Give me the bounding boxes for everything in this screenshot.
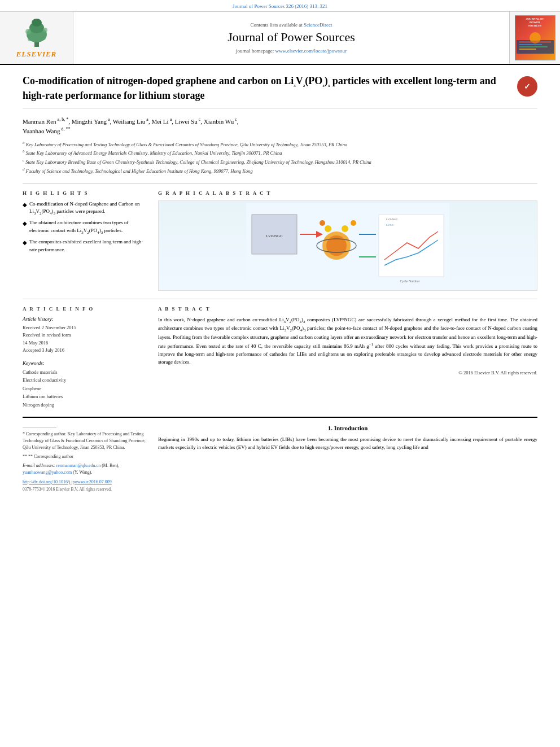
highlights-label: H I G H L I G H T S xyxy=(23,190,147,196)
svg-text:LVP/NGC: LVP/NGC xyxy=(266,234,283,238)
article-title-section: Co-modification of nitrogen-doped graphe… xyxy=(23,74,537,108)
revised-label: Received in revised form xyxy=(23,331,147,339)
highlight-item-1: ◆ Co-modification of N-doped Graphene an… xyxy=(23,200,147,217)
journal-header: ELSEVIER Contents lists available at Sci… xyxy=(0,12,560,65)
svg-point-6 xyxy=(28,37,32,41)
elsevier-logo-section: ELSEVIER xyxy=(0,12,73,64)
elsevier-label: ELSEVIER xyxy=(16,50,57,59)
journal-title: Journal of Power Sources xyxy=(228,30,355,45)
article-info-abstract-section: A R T I C L E I N F O Article history: R… xyxy=(23,299,537,409)
author-mei-li: Mei Li xyxy=(151,118,168,125)
abstract-column: A B S T R A C T In this work, N-doped gr… xyxy=(158,306,537,409)
author-yuanhao-wang: Yuanhao Wang xyxy=(23,128,60,134)
journal-cover-image: JOURNAL OFPOWERSOURCES xyxy=(515,15,555,60)
highlights-graphical-section: H I G H L I G H T S ◆ Co-modification of… xyxy=(23,183,537,291)
svg-text:Cycle Number: Cycle Number xyxy=(400,279,419,283)
journal-title-section: Contents lists available at ScienceDirec… xyxy=(73,12,509,64)
keywords-label: Keywords: xyxy=(23,360,147,366)
homepage-line: journal homepage: www.elsevier.com/locat… xyxy=(236,48,347,54)
svg-point-22 xyxy=(342,225,348,232)
svg-rect-11 xyxy=(519,44,542,45)
email-link-1[interactable]: renmanman@qlu.edu.cn xyxy=(56,463,100,468)
bottom-section: * Corresponding author. Key Laboratory o… xyxy=(23,417,537,492)
svg-point-4 xyxy=(25,29,31,34)
keywords-list: Cathode materials Electrical conductivit… xyxy=(23,368,147,409)
affiliation-d: d Faculty of Science and Technology, Tec… xyxy=(23,167,537,175)
highlight-item-2: ◆ The obtained architecture combines two… xyxy=(23,219,147,235)
homepage-link[interactable]: www.elsevier.com/locate/jpowsour xyxy=(275,48,347,54)
abstract-label: A B S T R A C T xyxy=(158,306,537,312)
graphical-abstract-image: LVP/NGC xyxy=(158,200,537,291)
journal-reference: Journal of Power Sources 326 (2016) 313–… xyxy=(233,3,327,9)
authors-section: Manman Ren a, b, *, Mingzhi Yang a, Weil… xyxy=(23,116,537,136)
cover-graphic xyxy=(517,29,554,54)
introduction-text: Beginning in 1990s and up to today, lith… xyxy=(158,436,537,452)
bullet-icon-3: ◆ xyxy=(23,238,27,254)
highlights-list: ◆ Co-modification of N-doped Graphene an… xyxy=(23,200,147,254)
graphical-abstract-section: G R A P H I C A L A B S T R A C T LVP/NG… xyxy=(158,190,537,291)
affiliation-b: b State Key Laboratory of Advanced Energ… xyxy=(23,149,537,157)
svg-text:LVP/C: LVP/C xyxy=(386,224,394,226)
affiliations-section: a Key Laboratory of Processing and Testi… xyxy=(23,141,537,175)
svg-point-5 xyxy=(43,28,47,32)
article-info-column: A R T I C L E I N F O Article history: R… xyxy=(23,306,147,409)
sciencedirect-link[interactable]: ScienceDirect xyxy=(304,22,332,28)
affiliation-c: c State Key Laboratory Breeding Base of … xyxy=(23,158,537,166)
keyword-5: Nitrogen doping xyxy=(23,401,147,409)
article-info-label: A R T I C L E I N F O xyxy=(23,306,147,312)
svg-point-24 xyxy=(325,225,331,232)
footnote-rule xyxy=(23,427,56,427)
svg-rect-13 xyxy=(519,49,536,50)
svg-rect-10 xyxy=(519,41,551,43)
doi-link[interactable]: http://dx.doi.org/10.1016/j.jpowsour.201… xyxy=(23,479,147,484)
keyword-2: Electrical conductivity xyxy=(23,376,147,384)
introduction-column: 1. Introduction Beginning in 1990s and u… xyxy=(158,425,537,492)
keyword-3: Graphene xyxy=(23,385,147,392)
graphical-abstract-label: G R A P H I C A L A B S T R A C T xyxy=(158,190,537,196)
copyright-footer: 0378-7753/© 2016 Elsevier B.V. All right… xyxy=(23,487,147,492)
footnote-corresponding1: * Corresponding author. Key Laboratory o… xyxy=(23,431,147,451)
accepted-date: Accepted 3 July 2016 xyxy=(23,347,147,355)
svg-point-25 xyxy=(320,220,325,226)
svg-point-3 xyxy=(32,19,42,27)
crossmark-icon: ✓ xyxy=(519,78,535,94)
article-history-label: Article history: xyxy=(23,316,147,322)
elsevier-tree-icon xyxy=(14,18,59,49)
svg-text:LVP/NGC: LVP/NGC xyxy=(386,218,399,221)
bullet-icon-2: ◆ xyxy=(23,219,27,235)
elsevier-logo: ELSEVIER xyxy=(14,18,59,59)
svg-point-23 xyxy=(351,220,356,226)
abstract-copyright: © 2016 Elsevier B.V. All rights reserved… xyxy=(158,370,537,375)
contents-line: Contents lists available at ScienceDirec… xyxy=(251,22,333,28)
abstract-text: In this work, N-doped graphene and carbo… xyxy=(158,316,537,366)
author-weiliang-liu: Weiliang Liu xyxy=(113,118,145,125)
top-journal-bar: Journal of Power Sources 326 (2016) 313–… xyxy=(0,0,560,12)
bullet-icon: ◆ xyxy=(23,200,27,217)
main-content: Co-modification of nitrogen-doped graphe… xyxy=(0,65,560,501)
keyword-4: Lithium ion batteries xyxy=(23,392,147,400)
revised-date: 14 May 2016 xyxy=(23,339,147,347)
svg-point-7 xyxy=(41,36,46,40)
article-history-items: Received 2 November 2015 Received in rev… xyxy=(23,324,147,355)
introduction-heading: 1. Introduction xyxy=(158,425,537,431)
article-title: Co-modification of nitrogen-doped graphe… xyxy=(23,74,510,102)
svg-rect-12 xyxy=(519,46,548,47)
author-xianbin-wu: Xianbin Wu xyxy=(204,118,234,125)
affiliation-a: a Key Laboratory of Processing and Testi… xyxy=(23,141,537,148)
author-manman-ren: Manman Ren xyxy=(23,118,56,125)
graphical-abstract-svg: LVP/NGC xyxy=(246,203,449,288)
received-date: Received 2 November 2015 xyxy=(23,324,147,332)
cover-title: JOURNAL OFPOWERSOURCES xyxy=(526,18,544,28)
footnote-emails: E-mail addresses: renmanman@qlu.edu.cn (… xyxy=(23,462,147,476)
footnotes-column: * Corresponding author. Key Laboratory o… xyxy=(23,425,147,492)
highlight-item-3: ◆ The composites exhibited excellent lon… xyxy=(23,238,147,254)
highlights-section: H I G H L I G H T S ◆ Co-modification of… xyxy=(23,190,147,291)
journal-cover-section: JOURNAL OFPOWERSOURCES xyxy=(509,12,560,64)
author-mingzhi-yang: Mingzhi Yang xyxy=(72,118,107,125)
footnote-corresponding2: ** ** Corresponding author xyxy=(23,453,147,460)
email-link-2[interactable]: yuanhaowang@yahoo.com xyxy=(23,470,72,475)
keyword-1: Cathode materials xyxy=(23,368,147,376)
author-liwei-su: Liwei Su xyxy=(175,118,198,125)
svg-text:✓: ✓ xyxy=(524,82,531,91)
crossmark-badge: ✓ xyxy=(517,76,537,97)
